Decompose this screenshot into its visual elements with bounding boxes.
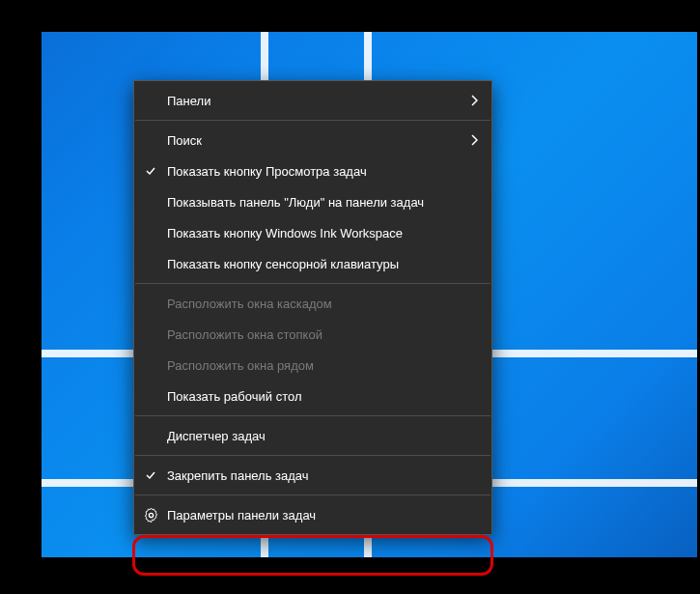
menu-item-label: Поиск bbox=[167, 133, 470, 148]
menu-separator bbox=[135, 120, 490, 121]
menu-separator bbox=[135, 455, 490, 456]
menu-item-show-touch-keyboard[interactable]: Показать кнопку сенсорной клавиатуры bbox=[134, 248, 491, 279]
menu-separator bbox=[135, 415, 490, 416]
menu-item-search[interactable]: Поиск bbox=[134, 125, 491, 156]
menu-item-label: Показать кнопку Windows Ink Workspace bbox=[167, 226, 478, 240]
menu-item-label: Показать кнопку Просмотра задач bbox=[167, 164, 478, 179]
checkmark-icon bbox=[134, 165, 167, 177]
menu-separator bbox=[135, 495, 490, 495]
menu-item-lock-taskbar[interactable]: Закрепить панель задач bbox=[134, 460, 491, 491]
menu-item-label: Панели bbox=[167, 94, 470, 108]
menu-item-show-desktop[interactable]: Показать рабочий стол bbox=[134, 381, 491, 411]
menu-item-show-ink-workspace[interactable]: Показать кнопку Windows Ink Workspace bbox=[134, 217, 491, 248]
menu-item-label: Расположить окна стопкой bbox=[167, 327, 478, 342]
menu-item-label: Параметры панели задач bbox=[167, 508, 478, 523]
gear-icon bbox=[134, 508, 167, 523]
menu-item-label: Показать кнопку сенсорной клавиатуры bbox=[167, 257, 478, 271]
menu-item-cascade-windows: Расположить окна каскадом bbox=[134, 288, 491, 319]
menu-item-label: Показывать панель "Люди" на панели задач bbox=[167, 195, 478, 210]
menu-item-side-by-side-windows: Расположить окна рядом bbox=[134, 350, 491, 381]
frame-left bbox=[3, 3, 42, 591]
menu-item-show-people[interactable]: Показывать панель "Люди" на панели задач bbox=[134, 186, 491, 217]
chevron-right-icon bbox=[470, 95, 478, 106]
chevron-right-icon bbox=[470, 134, 478, 146]
menu-item-label: Показать рабочий стол bbox=[167, 389, 478, 404]
frame-bottom bbox=[3, 557, 697, 591]
menu-item-label: Диспетчер задач bbox=[167, 429, 478, 443]
menu-item-task-manager[interactable]: Диспетчер задач bbox=[134, 420, 491, 451]
menu-item-label: Закрепить панель задач bbox=[167, 468, 478, 483]
menu-item-label: Расположить окна рядом bbox=[167, 358, 478, 373]
menu-item-stack-windows: Расположить окна стопкой bbox=[134, 319, 491, 350]
checkmark-icon bbox=[134, 469, 167, 481]
menu-item-taskbar-settings[interactable]: Параметры панели задач bbox=[134, 499, 491, 530]
menu-item-toolbars[interactable]: Панели bbox=[134, 85, 491, 116]
taskbar-context-menu: Панели Поиск Показать кнопку Просмотра з… bbox=[133, 80, 492, 535]
screenshot-frame: Панели Поиск Показать кнопку Просмотра з… bbox=[0, 0, 700, 594]
menu-item-label: Расположить окна каскадом bbox=[167, 297, 478, 311]
menu-separator bbox=[135, 283, 490, 284]
menu-item-show-task-view[interactable]: Показать кнопку Просмотра задач bbox=[134, 156, 491, 186]
